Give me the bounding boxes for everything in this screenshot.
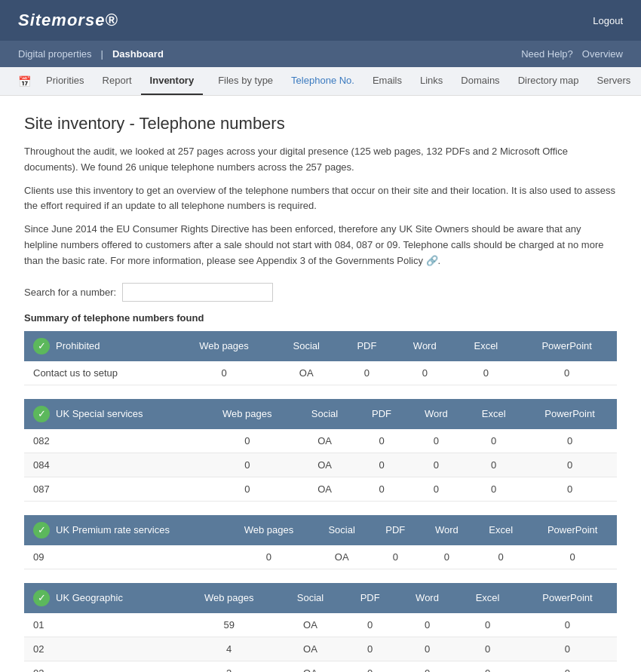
check-icon-prohibited: ✓ xyxy=(33,338,50,354)
table-uk-premium: ✓ UK Premium rate services Web pages Soc… xyxy=(24,515,617,569)
tab-files-by-type[interactable]: Files by type xyxy=(209,67,282,95)
row-label: 01 xyxy=(24,613,180,637)
table-row: 03 3 OA 0 0 0 0 xyxy=(24,661,617,672)
nav-bar: Digital properties | Dashboard Need Help… xyxy=(0,41,641,67)
check-icon-uk-special: ✓ xyxy=(33,406,50,422)
check-icon-uk-premium: ✓ xyxy=(33,522,50,539)
col-web-pages-3: Web pages xyxy=(225,515,312,545)
col-word-2: Word xyxy=(408,399,465,429)
row-label: 03 xyxy=(24,661,180,672)
table-uk-special: ✓ UK Special services Web pages Social P… xyxy=(24,399,617,502)
col-pdf-1: PDF xyxy=(339,331,394,361)
row-label: Contact us to setup xyxy=(24,361,174,385)
top-header: Sitemorse® Logout xyxy=(0,0,641,41)
desc3: Since June 2014 the EU Consumer Rights D… xyxy=(24,222,617,268)
header-prohibited: ✓ Prohibited xyxy=(24,331,174,361)
tab-directory-map[interactable]: Directory map xyxy=(509,67,588,95)
col-social-4: Social xyxy=(278,583,342,613)
tab-links[interactable]: Links xyxy=(411,67,452,95)
row-powerpoint: 0 xyxy=(517,361,617,385)
table-row: 082 0 OA 0 0 0 0 xyxy=(24,429,617,453)
row-label: 087 xyxy=(24,477,201,501)
col-excel-2: Excel xyxy=(465,399,523,429)
table-prohibited: ✓ Prohibited Web pages Social PDF Word E… xyxy=(24,331,617,385)
logo-text: Sitemorse® xyxy=(18,11,118,29)
row-word: 0 xyxy=(394,361,455,385)
search-label: Search for a number: xyxy=(24,287,116,298)
check-icon-uk-geographic: ✓ xyxy=(33,590,50,606)
table-uk-geographic: ✓ UK Geographic Web pages Social PDF Wor… xyxy=(24,583,617,672)
col-social-3: Social xyxy=(313,515,371,545)
col-word-1: Word xyxy=(394,331,455,361)
table-row: 09 0 OA 0 0 0 0 xyxy=(24,545,617,569)
tab-priorities[interactable]: Priorities xyxy=(37,67,94,95)
col-web-pages-4: Web pages xyxy=(180,583,278,613)
desc2: Clients use this inventory to get an ove… xyxy=(24,183,617,215)
nav-need-help[interactable]: Need Help? xyxy=(521,48,573,60)
col-pdf-2: PDF xyxy=(356,399,408,429)
page-title: Site inventory - Telephone numbers xyxy=(24,114,617,133)
col-web-pages-1: Web pages xyxy=(174,331,273,361)
row-label: 09 xyxy=(24,545,225,569)
col-powerpoint-3: PowerPoint xyxy=(528,515,617,545)
col-powerpoint-1: PowerPoint xyxy=(517,331,617,361)
nav-divider: | xyxy=(101,48,103,60)
nav-dashboard[interactable]: Dashboard xyxy=(112,48,164,60)
row-web-pages: 0 xyxy=(174,361,273,385)
col-excel-3: Excel xyxy=(474,515,528,545)
row-label: 084 xyxy=(24,453,201,477)
tab-bar: 📅 Priorities Report Inventory Files by t… xyxy=(0,67,641,96)
row-pdf: 0 xyxy=(339,361,394,385)
col-word-4: Word xyxy=(397,583,457,613)
summary-label: Summary of telephone numbers found xyxy=(24,312,617,324)
logout-button[interactable]: Logout xyxy=(593,15,623,26)
col-powerpoint-4: PowerPoint xyxy=(518,583,617,613)
col-excel-4: Excel xyxy=(457,583,518,613)
col-powerpoint-2: PowerPoint xyxy=(523,399,617,429)
nav-left: Digital properties | Dashboard xyxy=(18,48,164,60)
search-input[interactable] xyxy=(122,283,273,302)
table-row: Contact us to setup 0 OA 0 0 0 0 xyxy=(24,361,617,385)
logo: Sitemorse® xyxy=(18,11,118,30)
header-uk-special: ✓ UK Special services xyxy=(24,399,201,429)
table-row: 087 0 OA 0 0 0 0 xyxy=(24,477,617,501)
row-social: OA xyxy=(274,361,339,385)
col-social-2: Social xyxy=(294,399,356,429)
desc1: Throughout the audit, we looked at 257 p… xyxy=(24,144,617,176)
col-pdf-3: PDF xyxy=(371,515,420,545)
header-uk-premium: ✓ UK Premium rate services xyxy=(24,515,225,545)
col-web-pages-2: Web pages xyxy=(201,399,294,429)
tab-report[interactable]: Report xyxy=(94,67,141,95)
nav-digital-properties[interactable]: Digital properties xyxy=(18,48,92,60)
tab-emails[interactable]: Emails xyxy=(363,67,411,95)
col-pdf-4: PDF xyxy=(342,583,397,613)
col-word-3: Word xyxy=(420,515,474,545)
row-label: 082 xyxy=(24,429,201,453)
col-excel-1: Excel xyxy=(455,331,517,361)
tab-inventory[interactable]: Inventory xyxy=(141,67,204,95)
tab-servers[interactable]: Servers xyxy=(588,67,640,95)
table-row: 01 59 OA 0 0 0 0 xyxy=(24,613,617,637)
search-row: Search for a number: xyxy=(24,283,617,302)
nav-right: Need Help? Overview xyxy=(521,48,623,60)
row-excel: 0 xyxy=(455,361,517,385)
row-label: 02 xyxy=(24,637,180,661)
table-row: 02 4 OA 0 0 0 0 xyxy=(24,637,617,661)
header-uk-geographic: ✓ UK Geographic xyxy=(24,583,180,613)
col-social-1: Social xyxy=(274,331,339,361)
nav-overview[interactable]: Overview xyxy=(582,48,623,60)
main-content: Site inventory - Telephone numbers Throu… xyxy=(0,96,641,672)
calendar-icon: 📅 xyxy=(18,75,31,87)
tab-domains[interactable]: Domains xyxy=(452,67,508,95)
table-row: 084 0 OA 0 0 0 0 xyxy=(24,453,617,477)
tab-telephone-no[interactable]: Telephone No. xyxy=(282,67,363,95)
